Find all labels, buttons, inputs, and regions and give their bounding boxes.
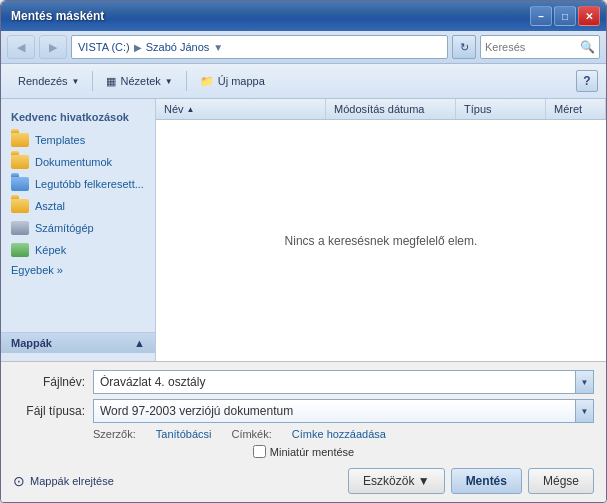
sidebar-more-button[interactable]: Egyebek »	[1, 261, 155, 279]
sidebar-label-documents: Dokumentumok	[35, 156, 112, 168]
tools-label: Eszközök	[363, 474, 414, 488]
meta-row: Szerzők: Tanítóbácsi Címkék: Címke hozzá…	[13, 428, 594, 440]
breadcrumb-root[interactable]: VISTA (C:)	[78, 41, 130, 53]
column-header-date[interactable]: Módosítás dátuma	[326, 99, 456, 119]
computer-icon	[11, 220, 29, 236]
action-buttons: Eszközök ▼ Mentés Mégse	[348, 468, 594, 494]
hide-folders-label: Mappák elrejtése	[30, 475, 114, 487]
file-list: Név ▲ Módosítás dátuma Típus Méret Nincs…	[156, 99, 606, 361]
breadcrumb-bar: VISTA (C:) ▶ Szabó János ▼	[71, 35, 448, 59]
hide-folders-icon: ⊙	[13, 473, 25, 489]
filename-row: Fájlnév: ▼	[13, 370, 594, 394]
toolbar: Rendezés ▼ ▦ Nézetek ▼ 📁 Új mappa ?	[1, 64, 606, 99]
new-folder-label: Új mappa	[218, 75, 265, 87]
title-bar: Mentés másként – □ ✕	[1, 1, 606, 31]
filetype-input-wrap: Word 97-2003 verziójú dokumentum ▼	[93, 399, 594, 423]
sidebar-more-label: Egyebek »	[11, 264, 63, 276]
sidebar-label-desktop: Asztal	[35, 200, 65, 212]
author-label: Szerzők:	[93, 428, 136, 440]
sidebar-label-pictures: Képek	[35, 244, 66, 256]
file-list-empty: Nincs a keresésnek megfelelő elem.	[156, 120, 606, 361]
organize-arrow: ▼	[72, 77, 80, 86]
tools-button[interactable]: Eszközök ▼	[348, 468, 445, 494]
col-name-label: Név	[164, 103, 184, 115]
col-type-label: Típus	[464, 103, 492, 115]
save-button[interactable]: Mentés	[451, 468, 522, 494]
folder-icon	[11, 132, 29, 148]
breadcrumb-separator: ▶	[134, 42, 142, 53]
sidebar-label-recent: Legutóbb felkeresett...	[35, 178, 144, 190]
breadcrumb-current[interactable]: Szabó János	[146, 41, 210, 53]
folders-label: Mappák	[11, 337, 52, 349]
sidebar-item-templates[interactable]: Templates	[1, 129, 155, 151]
tools-arrow: ▼	[418, 474, 430, 488]
breadcrumb-dropdown-arrow[interactable]: ▼	[213, 42, 223, 53]
toolbar-separator-1	[92, 71, 93, 91]
organize-label: Rendezés	[18, 75, 68, 87]
sidebar-label-computer: Számítógép	[35, 222, 94, 234]
thumbnail-label: Miniatúr mentése	[270, 446, 354, 458]
search-box: 🔍	[480, 35, 600, 59]
empty-message: Nincs a keresésnek megfelelő elem.	[285, 234, 478, 248]
thumbnail-checkbox[interactable]	[253, 445, 266, 458]
sidebar-item-documents[interactable]: Dokumentumok	[1, 151, 155, 173]
filetype-row: Fájl típusa: Word 97-2003 verziójú dokum…	[13, 399, 594, 423]
new-folder-icon: 📁	[200, 75, 214, 88]
col-size-label: Méret	[554, 103, 582, 115]
sidebar-label-templates: Templates	[35, 134, 85, 146]
save-label: Mentés	[466, 474, 507, 488]
tags-value[interactable]: Címke hozzáadása	[292, 428, 386, 440]
forward-button[interactable]: ▶	[39, 35, 67, 59]
cancel-label: Mégse	[543, 474, 579, 488]
maximize-button[interactable]: □	[554, 6, 576, 26]
sidebar: Kedvenc hivatkozások Templates Dokumentu…	[1, 99, 156, 361]
filetype-label: Fájl típusa:	[13, 404, 93, 418]
column-header-name[interactable]: Név ▲	[156, 99, 326, 119]
column-header-size[interactable]: Méret	[546, 99, 606, 119]
sidebar-item-pictures[interactable]: Képek	[1, 239, 155, 261]
close-button[interactable]: ✕	[578, 6, 600, 26]
filename-input[interactable]	[93, 370, 576, 394]
window-title: Mentés másként	[11, 9, 104, 23]
cancel-button[interactable]: Mégse	[528, 468, 594, 494]
folder-icon	[11, 154, 29, 170]
refresh-button[interactable]: ↻	[452, 35, 476, 59]
back-button[interactable]: ◀	[7, 35, 35, 59]
folders-header[interactable]: Mappák ▲	[1, 333, 155, 353]
sidebar-item-recent[interactable]: Legutóbb felkeresett...	[1, 173, 155, 195]
filename-dropdown-btn[interactable]: ▼	[576, 370, 594, 394]
organize-button[interactable]: Rendezés ▼	[9, 68, 88, 94]
action-bar: ⊙ Mappák elrejtése Eszközök ▼ Mentés Még…	[13, 464, 594, 494]
filename-input-wrap: ▼	[93, 370, 594, 394]
hide-folders-button[interactable]: ⊙ Mappák elrejtése	[13, 473, 114, 489]
new-folder-button[interactable]: 📁 Új mappa	[191, 68, 274, 94]
folders-toggle-icon: ▲	[134, 337, 145, 349]
views-label: Nézetek	[120, 75, 160, 87]
filetype-dropdown-btn[interactable]: ▼	[576, 399, 594, 423]
save-as-dialog: Mentés másként – □ ✕ ◀ ▶ VISTA (C:) ▶ Sz…	[0, 0, 607, 503]
author-value[interactable]: Tanítóbácsi	[156, 428, 212, 440]
search-icon: 🔍	[580, 40, 595, 54]
column-header-type[interactable]: Típus	[456, 99, 546, 119]
minimize-button[interactable]: –	[530, 6, 552, 26]
views-arrow: ▼	[165, 77, 173, 86]
search-input[interactable]	[485, 41, 577, 53]
filename-label: Fájlnév:	[13, 375, 93, 389]
sort-arrow-icon: ▲	[187, 105, 195, 114]
sidebar-item-computer[interactable]: Számítógép	[1, 217, 155, 239]
toolbar-separator-2	[186, 71, 187, 91]
checkbox-row: Miniatúr mentése	[13, 445, 594, 458]
sidebar-folders-section: Mappák ▲	[1, 332, 155, 353]
window-controls: – □ ✕	[530, 6, 600, 26]
recent-folder-icon	[11, 176, 29, 192]
file-list-header: Név ▲ Módosítás dátuma Típus Méret	[156, 99, 606, 120]
filetype-select[interactable]: Word 97-2003 verziójú dokumentum	[93, 399, 576, 423]
sidebar-section-title: Kedvenc hivatkozások	[1, 107, 155, 129]
help-button[interactable]: ?	[576, 70, 598, 92]
pictures-icon	[11, 242, 29, 258]
tags-label: Címkék:	[231, 428, 271, 440]
sidebar-item-desktop[interactable]: Asztal	[1, 195, 155, 217]
views-button[interactable]: ▦ Nézetek ▼	[97, 68, 181, 94]
main-area: Kedvenc hivatkozások Templates Dokumentu…	[1, 99, 606, 361]
col-date-label: Módosítás dátuma	[334, 103, 425, 115]
